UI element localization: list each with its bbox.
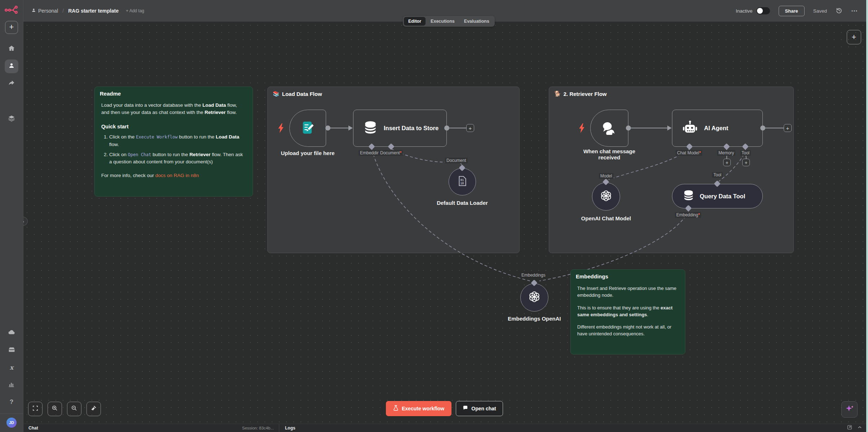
- chat-bubbles-icon: [601, 120, 617, 136]
- tab-editor[interactable]: Editor: [404, 17, 426, 26]
- sidebar-item-layers[interactable]: [5, 112, 18, 126]
- zoom-out-button[interactable]: [67, 402, 81, 416]
- sidebar-item-templates[interactable]: [5, 343, 18, 357]
- tidy-up-button[interactable]: [86, 402, 101, 416]
- share-button[interactable]: Share: [779, 6, 805, 16]
- chat-bubble-icon: [463, 405, 468, 412]
- workflow-canvas[interactable]: Readme Load your data into a vector data…: [23, 22, 868, 424]
- layers-icon: [8, 115, 15, 123]
- breadcrumb-separator: /: [62, 8, 64, 14]
- person-icon: [8, 62, 15, 70]
- cloud-icon: [8, 329, 15, 338]
- node-openai-chat-model[interactable]: [592, 182, 620, 211]
- openai-logo-icon: [528, 290, 541, 305]
- active-toggle[interactable]: [756, 7, 770, 14]
- chevron-up-icon[interactable]: [857, 425, 862, 431]
- embeddings-edge-label: Embeddings: [520, 272, 547, 278]
- left-sidebar: + x ? JD: [0, 0, 23, 432]
- sidebar-item-shared[interactable]: [5, 77, 18, 91]
- node-title: Query Data Tool: [700, 193, 745, 200]
- open-chat-button[interactable]: Open chat: [456, 401, 503, 416]
- user-avatar[interactable]: JD: [6, 418, 17, 428]
- execute-workflow-button[interactable]: Execute workflow: [386, 401, 451, 416]
- add-node-button[interactable]: +: [784, 124, 792, 132]
- tab-evaluations[interactable]: Evaluations: [460, 17, 494, 26]
- add-node-canvas-button[interactable]: +: [847, 30, 861, 44]
- node-upload-trigger[interactable]: [289, 110, 326, 147]
- memory-connector-label: Memory: [717, 150, 735, 156]
- ai-assistant-button[interactable]: [841, 401, 858, 418]
- history-icon: [836, 7, 842, 15]
- node-label: When chat message received: [577, 148, 642, 160]
- chat-panel-header[interactable]: Chat: [28, 426, 38, 431]
- node-label: Embeddings OpenAI: [498, 316, 570, 322]
- tab-executions[interactable]: Executions: [426, 17, 459, 26]
- embedding-connector-label: Embedding*: [675, 212, 701, 218]
- saved-status: Saved: [813, 8, 827, 14]
- output-port[interactable]: [444, 125, 449, 131]
- model-edge-label: Model: [599, 173, 614, 179]
- tool-edge-label: Tool: [712, 172, 723, 178]
- node-query-data-tool[interactable]: Query Data Tool: [672, 184, 763, 208]
- add-tool-button[interactable]: +: [742, 159, 750, 166]
- output-port[interactable]: [325, 125, 330, 131]
- embeddings-note-body: The Insert and Retrieve operation use th…: [571, 283, 685, 348]
- history-button[interactable]: [836, 7, 842, 15]
- sparkle-icon: [845, 404, 854, 415]
- view-tabs: Editor Executions Evaluations: [403, 16, 495, 27]
- chat-model-connector-label: Chat Model*: [676, 150, 702, 156]
- logs-panel-header[interactable]: Logs: [279, 424, 301, 432]
- output-port[interactable]: [626, 125, 631, 131]
- add-memory-button[interactable]: +: [723, 159, 731, 166]
- more-options-button[interactable]: ⋯: [851, 7, 858, 15]
- node-label: Default Data Loader: [426, 200, 498, 206]
- openai-logo-icon: [599, 189, 613, 204]
- sidebar-item-insights[interactable]: [5, 378, 18, 392]
- templates-box-icon: [8, 346, 15, 355]
- zoom-to-fit-button[interactable]: [28, 402, 43, 416]
- sidebar-item-personal[interactable]: [5, 59, 18, 73]
- binary-file-icon: 01 10: [456, 175, 468, 189]
- zoom-in-icon: [52, 405, 58, 413]
- share-arrow-icon: [8, 79, 15, 88]
- sidebar-item-cloud[interactable]: [5, 326, 18, 340]
- sidebar-item-variables[interactable]: x: [5, 361, 18, 374]
- sidebar-item-home[interactable]: [5, 42, 18, 56]
- lightning-bolt-icon: [578, 123, 586, 135]
- node-embeddings-openai[interactable]: [520, 283, 548, 312]
- node-title: Insert Data to Store: [384, 125, 439, 132]
- toggle-knob: [757, 8, 763, 14]
- broom-icon: [90, 405, 97, 413]
- node-label: OpenAI Chat Model: [570, 215, 642, 221]
- embeddings-sticky-note[interactable]: Embeddings The Insert and Retrieve opera…: [570, 269, 685, 354]
- output-port[interactable]: [760, 125, 765, 131]
- document-edge-label: Document: [445, 158, 468, 163]
- sidebar-item-help[interactable]: ?: [5, 395, 18, 409]
- add-tag-button[interactable]: + Add tag: [126, 8, 144, 13]
- n8n-logo[interactable]: [5, 5, 18, 15]
- workflow-status-label: Inactive: [736, 8, 753, 14]
- home-icon: [8, 45, 15, 53]
- node-chat-trigger[interactable]: [590, 110, 628, 147]
- node-label: Upload your file here: [272, 150, 344, 156]
- create-workflow-button[interactable]: +: [5, 21, 18, 34]
- node-default-data-loader[interactable]: 01 10: [449, 168, 476, 195]
- database-icon: [682, 189, 695, 203]
- add-node-button[interactable]: +: [466, 124, 474, 132]
- svg-text:10: 10: [460, 182, 464, 185]
- workflow-title[interactable]: RAG starter template: [68, 8, 119, 14]
- zoom-in-button[interactable]: [48, 402, 62, 416]
- popout-icon[interactable]: [847, 425, 852, 431]
- breadcrumb: Personal / RAG starter template + Add ta…: [31, 8, 144, 14]
- fit-view-icon: [32, 405, 39, 413]
- robot-icon: [682, 120, 698, 137]
- database-icon: [363, 120, 378, 137]
- flask-icon: [393, 405, 399, 412]
- zoom-out-icon: [71, 405, 77, 413]
- bar-chart-icon: [8, 380, 15, 389]
- node-ai-agent[interactable]: AI Agent: [672, 110, 763, 147]
- bottom-panel-bar: Chat Session: 83c4b... Logs: [23, 424, 868, 432]
- node-insert-data-to-store[interactable]: Insert Data to Store: [353, 110, 447, 147]
- lightning-bolt-icon: [277, 123, 285, 135]
- breadcrumb-project[interactable]: Personal: [31, 8, 58, 14]
